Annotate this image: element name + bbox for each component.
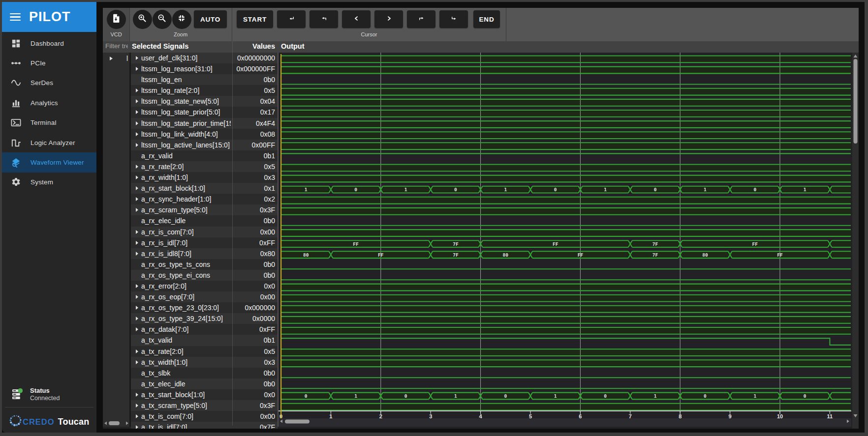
waveform-canvas[interactable]: 10101010101FF7FFF7FFF80FF7F80FF7F80FF010…	[279, 53, 859, 429]
sidebar-item-pcie[interactable]: PCIe	[2, 53, 96, 73]
cursor-step-right-button[interactable]	[374, 10, 403, 28]
cursor-next-rising-edge-button[interactable]	[407, 10, 435, 28]
signal-row[interactable]: a_tx_is_idl[7:0]0x7F	[131, 422, 278, 429]
cursor-end-button[interactable]: END	[473, 10, 500, 28]
expand-arrow-icon[interactable]	[110, 57, 113, 60]
signal-row[interactable]: a_rx_is_com[7:0]0x00	[131, 227, 278, 237]
signal-name-text: a_rx_os_type_39_24[15:0]	[141, 313, 223, 324]
sidebar-item-dashboard[interactable]: Dashboard	[2, 33, 96, 53]
expand-arrow-icon[interactable]	[136, 360, 138, 364]
signal-value: 0x7F	[232, 422, 275, 429]
signal-row[interactable]: a_tx_start_block[1:0]0x0	[131, 389, 278, 400]
expand-arrow-icon[interactable]	[136, 143, 138, 147]
cursor-prev-rising-edge-button[interactable]	[310, 10, 338, 28]
gear-icon	[11, 177, 21, 187]
signal-value: 0x5	[232, 85, 275, 96]
expand-arrow-icon[interactable]	[136, 186, 138, 190]
cursor-next-falling-edge-button[interactable]	[439, 10, 468, 28]
expand-arrow-icon[interactable]	[136, 425, 138, 429]
zoom-in-button[interactable]	[133, 10, 152, 29]
tree-root-node[interactable]: l	[103, 53, 129, 64]
expand-arrow-icon[interactable]	[136, 306, 138, 310]
signal-row[interactable]: a_rx_datak[7:0]0xFF	[131, 324, 278, 335]
signal-row[interactable]: a_rx_sync_header[1:0]0x2	[131, 194, 278, 204]
signal-name: a_tx_is_com[7:0]	[131, 411, 231, 422]
signal-row[interactable]: a_rx_os_eop[7:0]0x00	[131, 291, 278, 302]
signal-row[interactable]: a_rx_is_idl8[7:0]0x80	[131, 248, 278, 259]
expand-arrow-icon[interactable]	[136, 208, 138, 212]
expand-arrow-icon[interactable]	[136, 88, 138, 92]
cursor-start-button[interactable]: START	[237, 10, 273, 28]
expand-arrow-icon[interactable]	[136, 56, 138, 60]
sidebar-item-system[interactable]: System	[2, 173, 96, 192]
signal-row[interactable]: ltssm_log_state_prior_time[15:0]0x4F4	[131, 118, 278, 129]
signal-row[interactable]: ltssm_log_active_lanes[15:0]0x00FF	[131, 140, 278, 150]
sidebar-item-terminal[interactable]: Terminal	[2, 113, 96, 133]
expand-arrow-icon[interactable]	[136, 67, 138, 71]
expand-arrow-icon[interactable]	[136, 349, 138, 353]
sidebar-item-serdes[interactable]: SerDes	[2, 73, 96, 93]
expand-arrow-icon[interactable]	[136, 110, 138, 114]
cursor-prev-falling-edge-button[interactable]	[277, 10, 306, 28]
signal-row[interactable]: a_rx_os_type_39_24[15:0]0x0000	[131, 313, 278, 324]
expand-arrow-icon[interactable]	[136, 121, 138, 125]
signal-row[interactable]: a_rx_os_type_ei_cons0b0	[131, 270, 278, 281]
sidebar-item-analytics[interactable]: Analytics	[2, 93, 96, 113]
signal-row[interactable]: a_rx_os_type_ts_cons0b0	[131, 259, 278, 270]
wave-vertical-scrollbar[interactable]	[852, 53, 859, 429]
expand-arrow-icon[interactable]	[136, 327, 138, 331]
expand-arrow-icon[interactable]	[136, 132, 138, 136]
hamburger-menu-icon[interactable]	[10, 11, 21, 23]
signal-row[interactable]: a_rx_rate[2:0]0x5	[131, 161, 278, 172]
signal-row[interactable]: a_rx_error[2:0]0x0	[131, 281, 278, 291]
expand-arrow-icon[interactable]	[136, 317, 138, 320]
expand-arrow-icon[interactable]	[136, 99, 138, 103]
expand-arrow-icon[interactable]	[136, 295, 138, 299]
signal-row[interactable]: a_tx_width[1:0]0x3	[131, 357, 278, 368]
svg-text:FF: FF	[578, 252, 584, 258]
signal-row[interactable]: a_rx_scram_type[5:0]0x3F	[131, 204, 278, 215]
expand-arrow-icon[interactable]	[136, 197, 138, 201]
filter-tree-input[interactable]: Filter tre	[105, 42, 128, 50]
signal-row[interactable]: ltssm_log_reason[31:0]0x000000FF	[131, 63, 278, 74]
cursor-step-left-button[interactable]	[342, 10, 371, 28]
expand-arrow-icon[interactable]	[136, 230, 138, 234]
expand-arrow-icon[interactable]	[136, 284, 138, 288]
signal-row[interactable]: ltssm_log_state_new[5:0]0x04	[131, 96, 278, 107]
signal-row[interactable]: ltssm_log_state_prior[5:0]0x17	[131, 107, 278, 117]
expand-arrow-icon[interactable]	[136, 241, 138, 245]
sidebar-item-waveform-viewer[interactable]: Waveform Viewer	[2, 152, 96, 172]
expand-arrow-icon[interactable]	[136, 404, 138, 407]
zoom-out-button[interactable]	[153, 10, 172, 29]
zoom-fit-button[interactable]	[172, 10, 191, 29]
signal-row[interactable]: a_rx_start_block[1:0]0x1	[131, 183, 278, 194]
expand-arrow-icon[interactable]	[136, 175, 138, 179]
expand-arrow-icon[interactable]	[136, 165, 138, 169]
signal-row[interactable]: a_tx_valid0b1	[131, 335, 278, 346]
signal-row[interactable]: a_rx_width[1:0]0x3	[131, 172, 278, 183]
time-cursor[interactable]	[280, 54, 281, 419]
zoom-auto-button[interactable]: AUTO	[194, 10, 227, 28]
time-tick-label: 8	[679, 413, 682, 419]
signal-row[interactable]: a_tx_slbk0b0	[131, 368, 278, 378]
sidebar-item-logic-analyzer[interactable]: Logic Analyzer	[2, 133, 96, 152]
wave-row-fill	[281, 317, 851, 323]
signal-row[interactable]: a_rx_valid0b1	[131, 150, 278, 161]
signal-row[interactable]: a_tx_elec_idle0b0	[131, 378, 278, 389]
signal-name: a_rx_error[2:0]	[131, 281, 231, 291]
signal-row[interactable]: a_rx_os_type_23_0[23:0]0x000000	[131, 302, 278, 313]
expand-arrow-icon[interactable]	[136, 393, 138, 397]
signal-row[interactable]: ltssm_log_en0b0	[131, 74, 278, 85]
signal-row[interactable]: a_tx_rate[2:0]0x5	[131, 346, 278, 357]
signal-row[interactable]: a_tx_is_com[7:0]0x00	[131, 411, 278, 422]
signal-row[interactable]: a_tx_scram_type[5:0]0x3F	[131, 400, 278, 411]
tree-horizontal-scrollbar[interactable]	[103, 420, 129, 427]
signal-row[interactable]: ltssm_log_link_width[4:0]0x08	[131, 129, 278, 140]
vcd-import-button[interactable]	[107, 10, 126, 29]
signal-row[interactable]: user_def_clk[31:0]0x00000000	[131, 53, 278, 63]
signal-row[interactable]: a_rx_is_idl[7:0]0xFF	[131, 237, 278, 248]
expand-arrow-icon[interactable]	[136, 414, 138, 418]
signal-row[interactable]: ltssm_log_rate[2:0]0x5	[131, 85, 278, 96]
signal-row[interactable]: a_rx_elec_idle0b0	[131, 215, 278, 226]
expand-arrow-icon[interactable]	[136, 252, 138, 256]
